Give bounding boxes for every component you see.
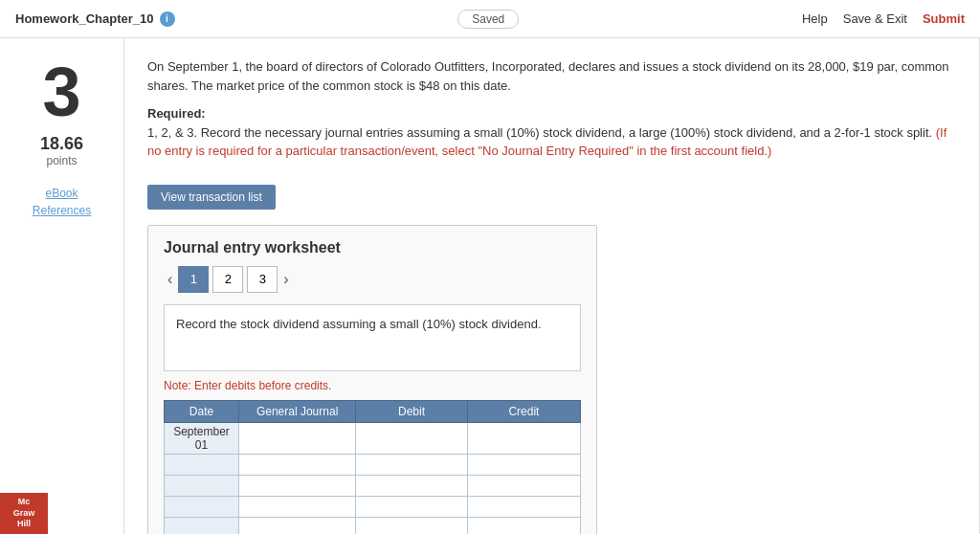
table-row [165, 454, 581, 475]
col-general-journal: General Journal [239, 400, 356, 422]
note-text: Note: Enter debits before credits. [164, 379, 581, 392]
mcgraw-hill-logo: Mc Graw Hill [0, 493, 48, 534]
table-row [165, 517, 581, 534]
debit-input-cell-1[interactable] [356, 422, 468, 454]
journal-input-cell-5[interactable] [239, 517, 356, 534]
journal-worksheet: Journal entry worksheet ‹ 1 2 3 › Record… [147, 225, 597, 535]
debit-input-1[interactable] [360, 431, 463, 446]
credit-input-4[interactable] [472, 499, 576, 514]
debit-input-cell-5[interactable] [356, 517, 468, 534]
submit-button[interactable]: Submit [923, 11, 965, 26]
instruction-text: Record the stock dividend assuming a sma… [176, 317, 542, 331]
save-exit-button[interactable]: Save & Exit [843, 11, 907, 26]
journal-input-3[interactable] [243, 478, 351, 493]
sidebar: 3 18.66 points eBook References [0, 38, 124, 534]
ebook-link[interactable]: eBook [45, 187, 78, 200]
col-date: Date [165, 400, 239, 422]
credit-input-cell-3[interactable] [467, 475, 580, 496]
date-cell-4 [165, 496, 239, 517]
view-transaction-button[interactable]: View transaction list [147, 185, 276, 210]
points-value: 18.66 [40, 134, 83, 154]
content-area: On September 1, the board of directors o… [124, 38, 980, 534]
journal-input-5[interactable] [243, 520, 351, 534]
topbar-center: Saved [457, 10, 519, 29]
date-cell-5 [165, 517, 239, 534]
credit-input-5[interactable] [472, 520, 576, 534]
col-credit: Credit [467, 400, 580, 422]
required-section: Required: 1, 2, & 3. Record the necessar… [147, 104, 956, 161]
debit-input-3[interactable] [360, 478, 463, 493]
tab-3[interactable]: 3 [247, 266, 278, 293]
tab-1[interactable]: 1 [178, 266, 209, 293]
journal-input-cell-2[interactable] [239, 454, 356, 475]
homework-title: Homework_Chapter_10 [15, 11, 154, 26]
question-text-1: On September 1, the board of directors o… [147, 57, 956, 95]
credit-input-2[interactable] [472, 456, 576, 472]
tab-prev-arrow[interactable]: ‹ [164, 269, 176, 290]
tab-navigation: ‹ 1 2 3 › [164, 266, 581, 293]
debit-input-cell-4[interactable] [356, 496, 468, 517]
table-row [165, 496, 581, 517]
saved-badge: Saved [457, 10, 519, 29]
date-cell-1: September 01 [165, 422, 239, 454]
worksheet-title: Journal entry worksheet [164, 239, 581, 256]
journal-input-4[interactable] [243, 499, 351, 514]
credit-input-cell-4[interactable] [467, 496, 580, 517]
journal-input-2[interactable] [243, 456, 351, 472]
debit-input-cell-3[interactable] [356, 475, 468, 496]
table-row: September 01 [165, 422, 581, 454]
points-label: points [46, 154, 77, 167]
journal-input-1[interactable] [243, 431, 351, 446]
journal-input-cell-1[interactable] [239, 422, 356, 454]
topbar: Homework_Chapter_10 i Saved Help Save & … [0, 0, 980, 38]
date-cell-3 [165, 475, 239, 496]
info-icon[interactable]: i [160, 11, 175, 27]
question-text-2: 1, 2, & 3. Record the necessary journal … [147, 125, 932, 140]
credit-input-3[interactable] [472, 478, 576, 493]
debit-input-cell-2[interactable] [356, 454, 468, 475]
credit-input-cell-5[interactable] [467, 517, 580, 534]
topbar-title-area: Homework_Chapter_10 i [15, 11, 175, 27]
credit-input-1[interactable] [472, 431, 576, 446]
debit-input-2[interactable] [360, 456, 463, 472]
references-link[interactable]: References [33, 204, 91, 217]
topbar-right: Help Save & Exit Submit [802, 11, 965, 26]
instruction-box: Record the stock dividend assuming a sma… [164, 304, 581, 371]
journal-input-cell-3[interactable] [239, 475, 356, 496]
sidebar-links: eBook References [33, 187, 91, 217]
tab-2[interactable]: 2 [212, 266, 243, 293]
question-number: 3 [42, 57, 80, 126]
main-layout: 3 18.66 points eBook References On Septe… [0, 38, 980, 534]
debit-input-5[interactable] [360, 520, 463, 534]
debit-input-4[interactable] [360, 499, 463, 514]
required-label: Required: [147, 106, 206, 121]
tab-next-arrow[interactable]: › [279, 269, 292, 290]
date-cell-2 [165, 454, 239, 475]
col-debit: Debit [356, 400, 468, 422]
credit-input-cell-1[interactable] [467, 422, 580, 454]
credit-input-cell-2[interactable] [467, 454, 580, 475]
table-row [165, 475, 581, 496]
help-button[interactable]: Help [802, 11, 828, 26]
journal-input-cell-4[interactable] [239, 496, 356, 517]
journal-table: Date General Journal Debit Credit Septem… [164, 400, 581, 535]
table-header-row: Date General Journal Debit Credit [165, 400, 581, 422]
